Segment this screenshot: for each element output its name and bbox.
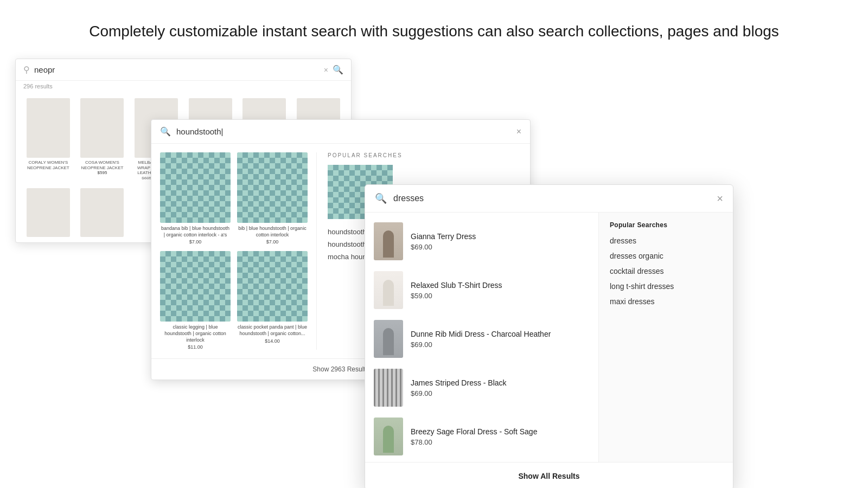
product-info: Relaxed Slub T-Shirt Dress $59.00 bbox=[411, 281, 590, 300]
list-item[interactable]: classic legging | blue houndstooth | org… bbox=[160, 251, 231, 350]
product-name: Dunne Rib Midi Dress - Charcoal Heather bbox=[411, 330, 590, 338]
suggestion-item[interactable]: dresses bbox=[610, 236, 722, 245]
list-item[interactable] bbox=[21, 186, 75, 239]
search-submit-icon[interactable]: 🔍 bbox=[333, 65, 343, 75]
list-item[interactable]: bandana bib | blue houndstooth | organic… bbox=[160, 152, 231, 245]
product-price: $11.00 bbox=[188, 344, 203, 350]
search-bar-2[interactable]: 🔍 × bbox=[151, 120, 530, 144]
product-name: Breezy Sage Floral Dress - Soft Sage bbox=[411, 427, 590, 436]
search-bar-3[interactable]: 🔍 × bbox=[365, 185, 733, 213]
search-bar-1[interactable]: ⚲ × 🔍 bbox=[16, 59, 351, 81]
search-window-dresses: 🔍 × Gianna Terry Dress $69.00 bbox=[365, 184, 733, 488]
product-thumbnail bbox=[374, 369, 403, 407]
suggestion-item[interactable]: maxi dresses bbox=[610, 297, 722, 306]
suggestion-item[interactable]: cocktail dresses bbox=[610, 267, 722, 275]
search-icon: ⚲ bbox=[23, 65, 30, 75]
page-headline: Completely customizable instant search w… bbox=[0, 0, 868, 57]
product-price: $595 bbox=[98, 170, 107, 175]
product-name: COSA WOMEN'S NEOPRENE JACKET bbox=[78, 160, 127, 170]
list-item[interactable]: classic pocket panda pant | blue houndst… bbox=[237, 251, 308, 350]
product-name: bib | blue houndstooth | organic cotton … bbox=[237, 226, 308, 238]
list-item[interactable]: Relaxed Slub T-Shirt Dress $59.00 bbox=[365, 266, 598, 314]
product-price: $78.00 bbox=[411, 438, 590, 446]
results-count: 296 results bbox=[16, 81, 351, 93]
product-grid-2: bandana bib | blue houndstooth | organic… bbox=[160, 152, 308, 350]
product-name: Gianna Terry Dress bbox=[411, 232, 590, 241]
product-price: $69.00 bbox=[411, 389, 590, 397]
suggestions-column: Popular Searches dresses dresses organic… bbox=[598, 213, 733, 462]
suggestion-item[interactable]: long t-shirt dresses bbox=[610, 282, 722, 291]
close-button[interactable]: × bbox=[717, 193, 723, 204]
product-thumbnail bbox=[374, 418, 403, 455]
list-item[interactable]: bib | blue houndstooth | organic cotton … bbox=[237, 152, 308, 245]
list-item[interactable] bbox=[75, 186, 130, 239]
list-item[interactable]: Dunne Rib Midi Dress - Charcoal Heather … bbox=[365, 314, 598, 363]
search-input-2[interactable] bbox=[176, 127, 511, 136]
product-price: $7.00 bbox=[189, 239, 202, 245]
search-input-3[interactable] bbox=[393, 194, 710, 203]
list-item[interactable]: CORALY WOMEN'S NEOPRENE JACKET bbox=[21, 96, 75, 183]
search-main-content: Gianna Terry Dress $69.00 Relaxed Slub T… bbox=[365, 213, 733, 462]
suggestions-title: Popular Searches bbox=[610, 221, 722, 229]
product-thumbnail bbox=[374, 271, 403, 309]
list-item[interactable]: COSA WOMEN'S NEOPRENE JACKET $595 bbox=[75, 96, 130, 183]
product-price: $59.00 bbox=[411, 292, 590, 300]
popular-searches-title: POPULAR SEARCHES bbox=[328, 152, 521, 158]
product-name: Relaxed Slub T-Shirt Dress bbox=[411, 281, 590, 290]
list-item[interactable]: Breezy Sage Floral Dress - Soft Sage $78… bbox=[365, 412, 598, 461]
product-name: James Striped Dress - Black bbox=[411, 378, 590, 387]
product-info: Dunne Rib Midi Dress - Charcoal Heather … bbox=[411, 330, 590, 349]
product-price: $69.00 bbox=[411, 341, 590, 349]
products-column: Gianna Terry Dress $69.00 Relaxed Slub T… bbox=[365, 213, 598, 462]
product-name: classic pocket panda pant | blue houndst… bbox=[237, 324, 308, 337]
product-info: Breezy Sage Floral Dress - Soft Sage $78… bbox=[411, 427, 590, 446]
product-name: bandana bib | blue houndstooth | organic… bbox=[160, 226, 231, 238]
product-thumbnail bbox=[374, 320, 403, 358]
search-icon: 🔍 bbox=[375, 192, 387, 204]
products-section: bandana bib | blue houndstooth | organic… bbox=[160, 152, 308, 350]
search-footer: Show All Results bbox=[365, 462, 733, 488]
product-thumbnail bbox=[374, 222, 403, 260]
product-name: CORALY WOMEN'S NEOPRENE JACKET bbox=[23, 160, 73, 170]
product-price: $14.00 bbox=[265, 338, 280, 344]
show-all-results-button[interactable]: Show All Results bbox=[518, 472, 579, 480]
suggestion-item[interactable]: dresses organic bbox=[610, 252, 722, 260]
product-info: Gianna Terry Dress $69.00 bbox=[411, 232, 590, 251]
list-item[interactable]: James Striped Dress - Black $69.00 bbox=[365, 363, 598, 412]
list-item[interactable]: Gianna Terry Dress $69.00 bbox=[365, 217, 598, 266]
product-price: $69.00 bbox=[411, 243, 590, 251]
product-info: James Striped Dress - Black $69.00 bbox=[411, 378, 590, 397]
search-icon: 🔍 bbox=[160, 126, 171, 137]
clear-icon[interactable]: × bbox=[324, 66, 328, 74]
search-input-1[interactable] bbox=[34, 65, 320, 74]
close-button[interactable]: × bbox=[516, 127, 521, 137]
product-name: classic legging | blue houndstooth | org… bbox=[160, 324, 231, 343]
product-price: $7.00 bbox=[266, 239, 279, 245]
